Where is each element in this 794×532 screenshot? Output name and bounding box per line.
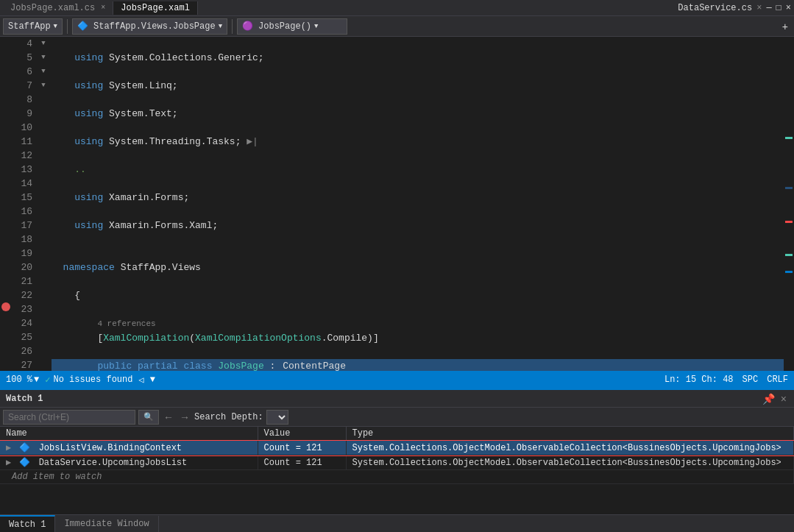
watch-row-1-name: ▶ 🔷 JobsListView.BindingContext [0,441,258,455]
watch-row-2[interactable]: ▶ 🔷 DataService.UpcomingJobsList Count =… [0,455,794,470]
project-dropdown[interactable]: StaffApp ▼ [3,18,63,35]
watch-forward-button[interactable]: → [178,411,191,423]
watch-panel-header: Watch 1 📌 × [0,390,794,408]
editor-watch-container: ▶ 45678 910111213 1415161718 1920212223 … [0,37,794,532]
scrollbar-map[interactable] [784,37,794,371]
status-bar: 100 % ▼ ✓ No issues found ◁ ▼ Ln: 15 Ch:… [0,371,794,389]
zoom-label: 100 % [6,375,32,385]
code-line-13: { [52,288,784,302]
window-minimize[interactable]: ─ [766,3,771,13]
scroll-marker-accent [785,271,793,273]
status-left: 100 % ▼ ✓ No issues found ◁ ▼ [6,375,155,386]
method-icon: 🟣 [242,21,253,32]
watch-search-input[interactable] [3,410,135,425]
watch-row-1[interactable]: ▶ 🔷 JobsListView.BindingContext Count = … [0,441,794,455]
method-dropdown[interactable]: 🟣 JobsPage() ▼ [237,18,347,35]
window-close[interactable]: × [786,3,791,13]
code-lines[interactable]: using System.Collections.Generic; using … [49,37,784,371]
issues-text: No issues found [53,375,132,385]
tab-jobs-xaml-cs[interactable]: JobsPage.xaml.cs × [3,1,113,15]
method-dropdown-label: JobsPage() [258,21,311,32]
watch-back-button[interactable]: ← [162,411,175,423]
watch-toolbar: 🔍 ← → Search Depth: [0,408,794,427]
title-bar: JobsPage.xaml.cs × JobsPage.xaml DataSer… [0,0,794,16]
zoom-control[interactable]: 100 % ▼ [6,375,39,385]
right-tab-close[interactable]: × [756,3,762,13]
method-dropdown-arrow: ▼ [314,23,318,30]
scroll-marker-blue [785,187,793,189]
code-editor: ▶ 45678 910111213 1415161718 1920212223 … [0,37,794,371]
spacing-display: SPC [742,375,759,385]
code-line-7: using System.Threading.Tasks; ▶| [52,135,784,149]
watch-add-row[interactable]: Add item to watch [0,470,794,484]
watch-row-2-value: Count = 121 [258,455,346,470]
code-line-10: using Xamarin.Forms.Xaml; [52,219,784,233]
watch-bottom-tab-watch1[interactable]: Watch 1 [0,515,55,533]
code-line-6: using System.Text; [52,107,784,121]
tab-label-1: JobsPage.xaml.cs [10,3,95,13]
nav-dropdown[interactable]: ▼ [150,375,155,385]
watch-depth-select[interactable] [266,410,288,425]
nav-prev[interactable]: ◁ [138,375,143,386]
code-line-12: namespace StaffApp.Views [52,260,784,274]
watch-row-1-type: System.Collections.ObjectModel.Observabl… [346,441,794,455]
scroll-marker-green [785,137,793,139]
window-maximize[interactable]: □ [776,3,781,13]
line-numbers: 45678 910111213 1415161718 1920212223 24… [12,37,38,371]
watch-add-cell: Add item to watch [0,470,794,484]
title-tabs: JobsPage.xaml.cs × JobsPage.xaml [3,1,198,15]
watch-row-1-value: Count = 121 [258,441,346,455]
line-col-display: Ln: 15 Ch: 48 [664,375,734,385]
path-dropdown-label: StaffApp.Views.JobsPage [93,21,216,32]
tab-close-1[interactable]: × [101,4,105,12]
watch-panel-title: Watch 1 [6,394,43,404]
toolbar-separator-1 [67,19,68,34]
code-line-4: using System.Collections.Generic; [52,51,784,65]
watch-bottom-tab-immediate[interactable]: Immediate Window [55,516,158,532]
watch-row-1-icon: 🔷 [19,443,30,453]
toolbar-separator-2 [232,19,233,34]
project-dropdown-label: StaffApp [8,21,51,32]
watch-depth-label: Search Depth: [194,412,263,422]
path-dropdown-arrow: ▼ [219,23,222,30]
tab-jobs-xaml[interactable]: JobsPage.xaml [113,1,198,15]
watch-bottom-tabs: Watch 1 Immediate Window [0,514,794,532]
code-line-5: using System.Linq; [52,79,784,93]
code-content-area[interactable]: 45678 910111213 1415161718 1920212223 24… [12,37,784,371]
watch-expand-1[interactable]: ▶ [6,443,11,453]
watch-close-button[interactable]: × [779,393,788,405]
col-value: Value [258,427,346,441]
watch-expand-2[interactable]: ▶ [6,458,11,468]
code-line-15: public partial class JobsPage : ContentP… [52,359,784,371]
issues-icon: ✓ [45,375,50,386]
path-icon: 🔷 [77,21,88,32]
watch-search-button[interactable]: 🔍 [138,410,159,425]
code-line-9: using Xamarin.Forms; [52,191,784,205]
col-type: Type [346,427,794,441]
status-right: Ln: 15 Ch: 48 SPC CRLF [664,375,788,385]
toolbar-right: + [779,19,791,34]
toolbar: StaffApp ▼ 🔷 StaffApp.Views.JobsPage ▼ 🟣… [0,16,794,37]
path-dropdown[interactable]: 🔷 StaffApp.Views.JobsPage ▼ [72,18,227,35]
breakpoint-gutter: ▶ [0,37,12,371]
breakpoint-marker [1,302,10,311]
zoom-arrow: ▼ [34,375,39,385]
watch-panel: Watch 1 📌 × 🔍 ← → Search Depth: Name [0,389,794,532]
watch-table: Name Value Type ▶ 🔷 JobsListView.Binding… [0,427,794,514]
col-name: Name [0,427,258,441]
watch-row-2-icon: 🔷 [19,458,30,468]
watch-header-controls: 📌 × [761,393,788,405]
add-split-button[interactable]: + [779,19,791,34]
tab-label-2: JobsPage.xaml [121,3,190,13]
watch-pin-button[interactable]: 📌 [761,393,776,405]
collapse-gutter: ▼ ▼▼ ▼ [38,37,49,371]
right-tab-label: DataService.cs [678,3,752,13]
issues-indicator: ✓ No issues found [45,375,132,386]
code-line-8: .. [52,163,784,177]
project-dropdown-arrow: ▼ [54,23,57,30]
scroll-marker-green2 [785,254,793,256]
code-line-14: 4 references [XamlCompilation(XamlCompil… [52,316,784,345]
watch-row-2-type: System.Collections.ObjectModel.Observabl… [346,455,794,470]
line-ending-display: CRLF [767,375,788,385]
scroll-marker-red [785,221,793,223]
